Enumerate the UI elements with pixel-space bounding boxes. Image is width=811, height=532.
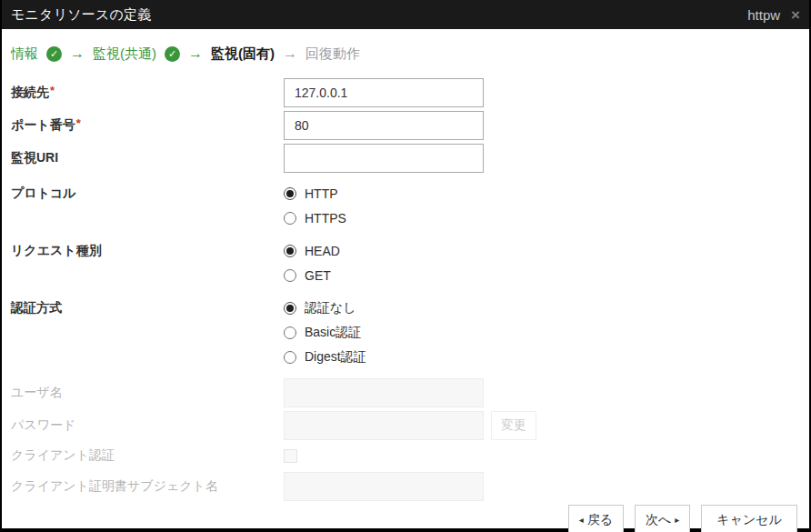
- request-type-option-get[interactable]: GET: [284, 263, 340, 287]
- back-button[interactable]: ◂ 戻る: [568, 505, 624, 532]
- auth-method-label: 認証方式: [11, 296, 284, 369]
- field-row-username: ユーザ名: [11, 378, 800, 407]
- auth-method-options: 認証なし Basic認証 Digest認証: [284, 296, 366, 369]
- next-triangle-icon: ▸: [675, 516, 679, 525]
- step-monitor-common-check-icon: ✓: [165, 46, 180, 62]
- username-input: [284, 378, 484, 407]
- close-icon[interactable]: ×: [791, 7, 800, 23]
- required-marker: *: [50, 84, 55, 97]
- request-type-get-label: GET: [305, 268, 331, 283]
- auth-option-none[interactable]: 認証なし: [284, 296, 366, 320]
- back-button-label: 戻る: [587, 512, 613, 528]
- field-row-password: パスワード 変更: [11, 411, 800, 440]
- request-type-head-radio[interactable]: [284, 245, 296, 257]
- monitor-resource-definition-dialog: モニタリソースの定義 httpw × 情報 ✓ → 監視(共通) ✓ → 監視(…: [0, 0, 811, 532]
- field-row-port: ポート番号*: [11, 111, 800, 140]
- step-arrow-icon: →: [283, 45, 297, 62]
- field-row-client-cert-subject: クライアント証明書サブジェクト名: [11, 472, 800, 501]
- request-type-options: HEAD GET: [284, 238, 340, 287]
- request-type-head-label: HEAD: [305, 244, 340, 258]
- field-row-uri: 監視URI: [11, 144, 800, 173]
- uri-label: 監視URI: [11, 144, 284, 173]
- step-arrow-icon: →: [70, 45, 85, 62]
- field-row-connection: 接続先*: [11, 78, 800, 107]
- titlebar-right: httpw ×: [747, 7, 800, 23]
- client-auth-checkbox: [284, 449, 297, 463]
- protocol-https-label: HTTPS: [305, 211, 346, 226]
- request-type-get-radio[interactable]: [284, 269, 296, 282]
- field-row-client-auth: クライアント認証: [11, 444, 800, 467]
- port-label: ポート番号*: [11, 111, 284, 140]
- protocol-option-http[interactable]: HTTP: [284, 181, 346, 206]
- field-row-protocol: プロトコル HTTP HTTPS: [11, 181, 800, 230]
- protocol-options: HTTP HTTPS: [284, 181, 346, 230]
- cancel-button-label: キャンセル: [716, 512, 782, 528]
- cancel-button[interactable]: キャンセル: [701, 505, 797, 532]
- protocol-http-radio[interactable]: [284, 187, 296, 200]
- protocol-http-label: HTTP: [305, 186, 338, 201]
- resource-name-badge: httpw: [747, 7, 780, 23]
- field-row-auth-method: 認証方式 認証なし Basic認証 Digest認証: [11, 296, 800, 369]
- wizard-steps: 情報 ✓ → 監視(共通) ✓ → 監視(固有) → 回復動作: [2, 29, 809, 78]
- auth-digest-radio[interactable]: [284, 351, 296, 364]
- uri-input[interactable]: [284, 144, 484, 173]
- connection-label: 接続先*: [11, 78, 284, 107]
- step-recovery-action: 回復動作: [305, 45, 360, 63]
- auth-basic-radio[interactable]: [284, 326, 296, 339]
- auth-digest-label: Digest認証: [305, 349, 366, 366]
- dialog-title: モニタリソースの定義: [11, 6, 151, 24]
- auth-option-basic[interactable]: Basic認証: [284, 320, 366, 345]
- step-monitor-specific: 監視(固有): [211, 45, 275, 63]
- step-monitor-common[interactable]: 監視(共通): [93, 45, 156, 63]
- next-button-label: 次へ: [646, 512, 671, 528]
- auth-none-label: 認証なし: [305, 300, 356, 316]
- protocol-label: プロトコル: [11, 181, 284, 230]
- step-info-check-icon: ✓: [46, 46, 62, 62]
- username-label: ユーザ名: [11, 378, 284, 407]
- back-triangle-icon: ◂: [579, 516, 584, 525]
- step-info[interactable]: 情報: [11, 45, 38, 63]
- request-type-label: リクエスト種別: [11, 238, 284, 287]
- port-input[interactable]: [284, 111, 484, 140]
- password-input: [284, 411, 484, 440]
- field-row-request-type: リクエスト種別 HEAD GET: [11, 238, 800, 287]
- auth-basic-label: Basic認証: [305, 325, 361, 341]
- auth-option-digest[interactable]: Digest認証: [284, 345, 366, 369]
- client-auth-label: クライアント認証: [11, 444, 284, 467]
- dialog-footer: ◂ 戻る 次へ ▸ キャンセル: [2, 505, 809, 532]
- step-arrow-icon: →: [188, 45, 203, 62]
- next-button[interactable]: 次へ ▸: [635, 505, 690, 532]
- change-password-button: 変更: [491, 411, 536, 440]
- protocol-https-radio[interactable]: [284, 212, 296, 225]
- required-marker: *: [76, 116, 81, 130]
- auth-none-radio[interactable]: [284, 302, 296, 315]
- password-label: パスワード: [11, 411, 284, 440]
- protocol-option-https[interactable]: HTTPS: [284, 206, 346, 230]
- dialog-titlebar: モニタリソースの定義 httpw ×: [2, 0, 809, 29]
- client-cert-subject-label: クライアント証明書サブジェクト名: [11, 472, 284, 501]
- client-cert-subject-input: [284, 472, 484, 501]
- request-type-option-head[interactable]: HEAD: [284, 238, 340, 263]
- connection-input[interactable]: [284, 78, 484, 107]
- monitor-specific-form: 接続先* ポート番号* 監視URI プロトコル HTTP: [2, 78, 809, 505]
